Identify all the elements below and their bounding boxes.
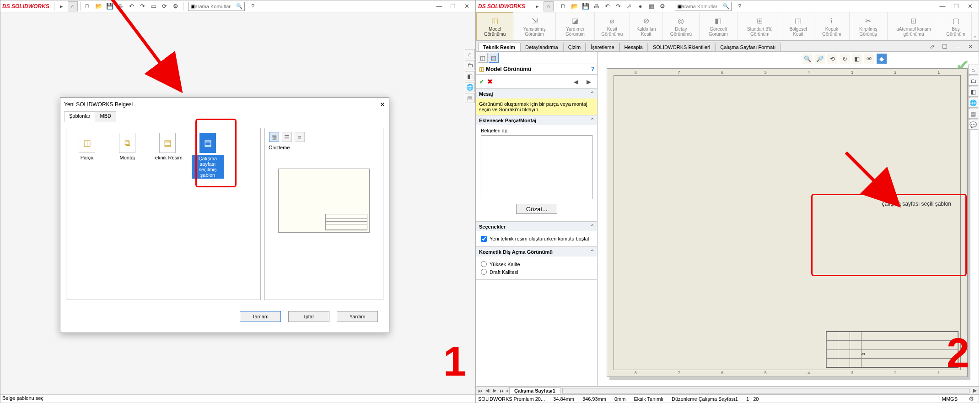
help-icon-2[interactable]: ? [735,1,745,11]
propmgr-ok-icon[interactable]: ✔ [479,78,485,85]
save-icon-2[interactable]: 💾 [581,1,591,11]
rotate-icon[interactable]: ↻ [840,54,850,64]
ribbon-kopuk[interactable]: ⁞Kopuk Görünüm [814,12,850,40]
dialog-close-icon[interactable]: ✕ [380,101,385,108]
select-icon[interactable]: ▭ [149,1,159,11]
tab-eklentiler[interactable]: SOLIDWORKS Eklentileri [648,43,715,51]
open-icon-2[interactable]: 📂 [570,1,580,11]
ribbon-detay[interactable]: ◎Detay Görünümü [663,12,699,40]
taskpane-appearance-icon[interactable]: 🌐 [465,82,475,92]
tab-isaretleme[interactable]: İşaretleme [586,43,619,51]
propmgr-next-icon[interactable]: ▶ [584,76,594,87]
options-icon-2[interactable]: ⚙ [657,1,668,11]
ribbon-kaldirilan[interactable]: ⊘Kaldırılan Kesit [630,12,663,40]
section-kozmetik-header[interactable]: Kozmetik Diş Açma Görünümü⌃ [476,247,597,257]
back-icon-2[interactable]: ▸ [533,1,543,11]
cancel-button[interactable]: İptal [288,311,329,322]
template-calisma-sayfasi[interactable]: ▤ Çalışma sayfası seçilmiş şablon [192,133,224,179]
open-icon[interactable]: 📂 [94,1,104,11]
home-icon-2[interactable]: ⌂ [544,1,554,11]
maximize-icon-2[interactable]: ☐ [950,1,963,11]
new-icon-2[interactable]: 🗋 [559,1,569,11]
doc-close-icon[interactable]: ✕ [965,41,975,51]
save-icon[interactable]: 💾 [105,1,115,11]
status-settings-icon[interactable]: ⚙ [966,394,976,404]
radio-yuksek-kalite[interactable]: Yüksek Kalite [481,261,592,267]
template-parca[interactable]: ◫ Parça [71,133,103,160]
minimize-icon-2[interactable]: — [936,1,949,11]
print-icon[interactable]: 🖶 [116,1,126,11]
section-mesaj-header[interactable]: Mesaj⌃ [476,89,597,98]
close-window-icon-2[interactable]: ✕ [964,1,976,11]
propmgr-help-icon[interactable]: ? [591,66,594,72]
redo-icon-2[interactable]: ↷ [614,1,624,11]
search-icon-2[interactable]: 🔍 [723,3,729,9]
status-units[interactable]: MMGS [942,396,958,402]
options-icon[interactable]: ⚙ [171,1,181,11]
back-icon[interactable]: ▸ [57,1,67,11]
radio-draft-kalitesi[interactable]: Draft Kalitesi [481,269,592,275]
section-secenekler-header[interactable]: Seçenekler⌃ [476,222,597,231]
close-window-icon[interactable]: ✕ [460,1,473,11]
preview-list-icons[interactable]: ☰ [282,132,292,142]
sheet-last-icon[interactable]: ⏭ [498,388,506,393]
view-settings-icon[interactable]: ◆ [877,54,887,64]
tab-teknik-resim[interactable]: Teknik Resim [478,43,520,51]
tab-mbd[interactable]: MBD [95,111,116,122]
taskpane-custom-icon[interactable]: ▤ [465,93,475,103]
undo-icon[interactable]: ↶ [127,1,137,11]
ribbon-bolgesel[interactable]: ◫Bölgesel Kesit [782,12,814,40]
taskpane2-resources-icon[interactable]: 🗀 [968,76,978,86]
property-tab-icon[interactable]: ▤ [489,53,499,63]
tab-sayfa-formati[interactable]: Çalışma Sayfası Formatı [715,43,781,51]
tab-hesapla[interactable]: Hesapla [619,43,648,51]
documents-listbox[interactable] [481,135,592,199]
maximize-icon[interactable]: ☐ [447,1,459,11]
browse-button[interactable]: Gözat... [516,204,557,214]
rebuild-icon[interactable]: ⟳ [160,1,170,11]
doc-restore-icon[interactable]: ☐ [940,41,950,51]
sheet-prev-icon[interactable]: ◀ [484,388,491,393]
template-montaj[interactable]: ⧉ Montaj [111,133,143,160]
ribbon-kesit[interactable]: ⌀Kesit Görünümü [595,12,630,40]
ribbon-yardimci[interactable]: ◪Yardımcı Görünüm [556,12,595,40]
help-button[interactable]: Yardım [337,311,378,322]
propmgr-cancel-icon[interactable]: ✖ [487,78,493,85]
search-box[interactable]: ▣ 🔍 [188,2,245,11]
taskpane2-view-icon[interactable]: ◧ [968,87,978,97]
display-style-icon[interactable]: ◧ [852,54,862,64]
sheet-first-icon[interactable]: ⏮ [476,388,484,393]
home-icon[interactable]: ⌂ [68,1,78,11]
list-icon-2[interactable]: ▦ [646,1,657,11]
ribbon-standart3lu[interactable]: ⊞Standart 3'lü Görünüm [738,12,782,40]
sheet-scroll-right-icon[interactable]: ▶ [971,388,979,393]
taskpane-resources-icon[interactable]: 🗀 [465,60,475,70]
tab-cizim[interactable]: Çizim [563,43,586,51]
propmgr-prev-icon[interactable]: ◀ [571,76,581,87]
ribbon-yansitilmis[interactable]: ⇲Yansıtılmış Görünüm [513,12,556,40]
zoom-area-icon[interactable]: 🔎 [815,54,825,64]
taskpane2-home-icon[interactable]: ⌂ [968,65,978,75]
drawing-canvas[interactable]: 🔍 🔎 ⟲ ↻ ◧ 👁 ◆ ✔ ✖ 87654321 87654321 [598,52,979,386]
search-icon[interactable]: 🔍 [236,3,242,9]
taskpane2-appearance-icon[interactable]: 🌐 [968,98,978,108]
ribbon-model-gorunumu[interactable]: ◫Model Görünümü [476,12,513,40]
ribbon-goreceli[interactable]: ◧Göreceli Görünüm [700,12,738,40]
minimize-icon[interactable]: — [433,1,446,11]
sheet-next-icon[interactable]: ▶ [491,388,498,393]
select-icon-2[interactable]: ⬀ [625,1,635,11]
sheet-scrollbar[interactable] [562,388,969,393]
template-teknik-resim[interactable]: ▤ Teknik Resim [151,133,183,160]
doc-min-icon[interactable]: — [953,41,963,51]
taskpane2-forum-icon[interactable]: 💬 [968,120,978,130]
undo-icon-2[interactable]: ↶ [603,1,613,11]
help-icon[interactable]: ? [248,1,258,11]
ribbon-bos[interactable]: ▢Boş Görünüm [940,12,971,40]
tab-sablonlar[interactable]: Şablonlar [64,111,95,122]
start-command-checkbox[interactable]: Yeni teknik resim oluştururken komutu ba… [481,236,592,242]
section-parca-header[interactable]: Eklenecek Parça/Montaj⌃ [476,115,597,125]
ribbon-kirpilmis[interactable]: ✂Kırpılmış Görünüş [850,12,888,40]
taskpane2-custom-icon[interactable]: ▤ [968,109,978,119]
taskpane-view-icon[interactable]: ◧ [465,71,475,81]
search-input[interactable] [195,4,236,9]
